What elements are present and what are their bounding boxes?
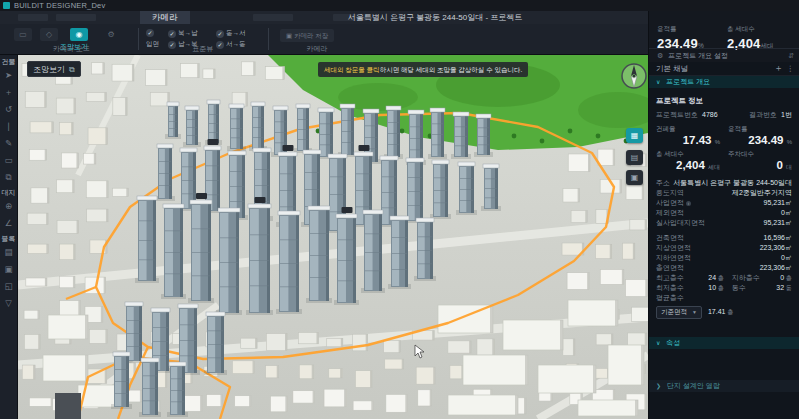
section-project-overview[interactable]: ∨ 프로젝트 개요 [649, 76, 799, 88]
scene-settings-button[interactable]: ▣ [626, 170, 643, 185]
copy-icon[interactable]: ⧉ [0, 169, 18, 186]
layers-icon[interactable]: ▤ [0, 244, 18, 261]
stat-far: 용적률 234.49 % [728, 125, 792, 146]
camera-toolbar: ▭ ◇ ◉ 조망보기 ⚙ 카메라 모드 ✓ 입면 ✓북→남 ✓남→북 ✓동→서 … [0, 24, 648, 55]
view-mode-button[interactable]: 조망보기 ⧉ [27, 61, 81, 77]
camera-save-button[interactable]: ▣ 카메라 저장 [280, 29, 334, 42]
city-3d-scene[interactable] [18, 55, 648, 419]
row-floors-2: 최저층수 10 층 동수 32 동 [656, 283, 792, 293]
hint-tooltip: 세대의 창문을 클릭하시면 해당 세대의 조망을 감상하실 수 있습니다. [318, 62, 528, 77]
project-meta-row: 프로젝트번호4786 결과번호1번 [656, 110, 792, 120]
section-browse-designs[interactable]: ❯ 단지 설계안 열람 [649, 380, 799, 392]
sidebar-section-building: 건물 [2, 58, 16, 66]
toolbar-group-camera: ▣ 카메라 저장 카메라 [272, 24, 362, 55]
app-window: BUILDIT DESIGNER_Dev 카메라 서울특별시 은평구 불광동 2… [0, 0, 799, 419]
expand-icon: ⧉ [69, 62, 75, 77]
key-stats-grid: 건폐율 17.43 % 용적률 234.49 % 총 세대수 2,404 세대 … [656, 125, 792, 172]
row-building-area: 건축면적16,596㎡ [656, 233, 792, 243]
toolbar-divider [138, 28, 139, 50]
move-icon[interactable]: ⊕ [0, 198, 18, 215]
menu-item-dim[interactable] [18, 14, 48, 21]
chevron-right-icon: ❯ [656, 383, 661, 389]
layers-panel-button[interactable]: ▤ [626, 150, 643, 165]
panel-body: 프로젝트 정보 프로젝트번호4786 결과번호1번 건폐율 17.43 % 용적… [649, 89, 799, 319]
stat-parking: 주차대수 0 대 [728, 150, 792, 172]
camera-mode-plan-button[interactable]: ▭ [14, 28, 32, 41]
toolbar-group-standard-views: ✓ 입면 ✓북→남 ✓남→북 ✓동→서 ✓서→동 표준뷰 [142, 24, 264, 55]
row-address: 주소서울특별시 은평구 불광동 244-50일대 [656, 178, 792, 188]
row-average-floors-label: 평균층수 [656, 293, 792, 303]
add-icon[interactable]: ＋ [774, 62, 783, 75]
viewport-3d[interactable]: 조망보기 ⧉ 세대의 창문을 클릭하시면 해당 세대의 조망을 감상하실 수 있… [18, 55, 648, 419]
info-icon[interactable]: i [686, 201, 691, 206]
sidebar-section-block: 블록 [2, 235, 16, 243]
section-properties[interactable]: ∨ 속성 [649, 337, 799, 349]
app-logo-icon [3, 2, 10, 9]
stat-units: 총 세대수 2,404 세대 [656, 150, 720, 172]
row-net-site-area: 실사업대지면적95,231㎡ [656, 218, 792, 228]
checkbox-elevation[interactable]: ✓ [146, 29, 154, 37]
project-title: 서울특별시 은평구 불광동 244-50일대 - 프로젝트 [330, 11, 540, 24]
camera-mode-perspective-button[interactable]: ◇ [40, 28, 58, 41]
sidebar-section-site: 대지 [2, 189, 16, 197]
chevron-down-icon: ▼ [692, 307, 697, 317]
project-stats-bar: 용적률 234.49% 총 세대수 2,404세대 ⚙ 프로젝트 개요 설정 ⇵ [648, 11, 799, 62]
row-excluded-area: 제외면적0㎡ [656, 208, 792, 218]
line-icon[interactable]: ❘ [0, 118, 18, 135]
triangle-icon[interactable]: ▽ [0, 295, 18, 312]
tool-sidebar: 건물 ➤ ＋ ↺ ❘ ✎ ▭ ⧉ 대지 ⊕ ∠ 블록 ▤ ▣ ◱ ▽ [0, 55, 18, 419]
tab-dim-1[interactable] [253, 14, 293, 21]
rect-icon[interactable]: ▭ [0, 152, 18, 169]
collapse-icon[interactable]: ⇵ [788, 49, 794, 63]
project-info-title: 프로젝트 정보 [656, 96, 792, 106]
add-icon[interactable]: ＋ [0, 84, 18, 101]
panel-header: 기본 채널 ＋ ⋮ [649, 62, 799, 76]
basis-dropdown[interactable]: 기준면적 ▼ [656, 306, 702, 319]
checkbox-east-west[interactable]: ✓동→서 [216, 29, 246, 38]
checkbox-checked-icon: ✓ [146, 29, 154, 37]
gear-icon: ⚙ [657, 52, 663, 59]
toolbar-group-camera-mode: ▭ ◇ ◉ 조망보기 ⚙ 카메라 모드 [8, 24, 135, 55]
kebab-menu-icon[interactable]: ⋮ [787, 62, 795, 75]
draw-icon[interactable]: ✎ [0, 135, 18, 152]
checkbox-checked-icon: ✓ [168, 30, 176, 38]
window-title: BUILDIT DESIGNER_Dev [14, 1, 105, 10]
slope-icon[interactable]: ∠ [0, 215, 18, 232]
menu-item-dim[interactable] [56, 14, 96, 21]
tab-camera[interactable]: 카메라 [140, 11, 190, 24]
project-panel: 기본 채널 ＋ ⋮ ∨ 프로젝트 개요 프로젝트 정보 프로젝트번호4786 결… [648, 62, 799, 419]
checkbox-checked-icon: ✓ [216, 30, 224, 38]
row-site-area: 사업면적i95,231㎡ [656, 198, 792, 208]
checkbox-north-south[interactable]: ✓북→남 [168, 29, 198, 38]
stat-coverage: 건폐율 17.43 % [656, 125, 720, 146]
row-floors-1: 최고층수 24 층 지하층수 0 층 [656, 273, 792, 283]
project-overview-settings[interactable]: ⚙ 프로젝트 개요 설정 ⇵ [649, 48, 799, 62]
average-floors-row: 기준면적 ▼ 17.41 층 [656, 305, 792, 319]
crop-icon[interactable]: ◱ [0, 278, 18, 295]
toolbar-divider [268, 28, 269, 50]
select-icon[interactable]: ➤ [0, 67, 18, 84]
block-icon[interactable]: ▣ [0, 261, 18, 278]
gear-icon[interactable]: ⚙ [102, 28, 120, 41]
capture-view-button[interactable]: ▦ [626, 128, 643, 143]
row-zoning: 용도지역제2종일반주거지역 [656, 188, 792, 198]
row-below-ground-gfa: 지하연면적0㎡ [656, 253, 792, 263]
chevron-down-icon: ∨ [656, 340, 660, 346]
compass-icon[interactable] [620, 62, 648, 90]
row-total-gfa: 총연면적223,306㎡ [656, 263, 792, 273]
chevron-down-icon: ∨ [656, 79, 660, 85]
camera-mode-view-button[interactable]: ◉ [70, 28, 88, 41]
titlebar: BUILDIT DESIGNER_Dev [0, 0, 799, 11]
row-above-ground-gfa: 지상연면적223,306㎡ [656, 243, 792, 253]
undo-icon[interactable]: ↺ [0, 101, 18, 118]
